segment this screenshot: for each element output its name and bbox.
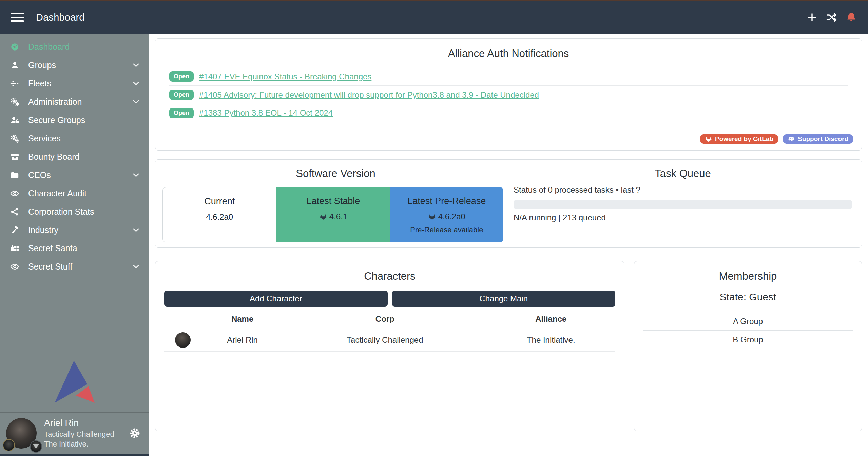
task-queue-counts: N/A running | 213 queued: [514, 213, 852, 222]
character-name: Ariel Rin: [201, 329, 283, 352]
status-badge: Open: [169, 90, 194, 100]
version-prerelease-box: Latest Pre-Release 4.6.2a0 Pre-Release a…: [390, 187, 503, 242]
characters-panel: Characters Add Character Change Main Nam…: [155, 261, 624, 431]
sidebar-item-bounty-board[interactable]: Bounty Board: [0, 147, 149, 166]
sidebar-item-label: CEOs: [28, 170, 51, 180]
sidebar-item-label: Industry: [28, 225, 58, 235]
column-header-name: Name: [201, 309, 283, 329]
sidebar-item-label: Secret Santa: [28, 243, 77, 253]
user-avatar: [6, 418, 37, 449]
list-item: A Group: [643, 312, 853, 331]
sidebar-item-groups[interactable]: Groups: [0, 56, 149, 74]
prerelease-version: 4.6.2a0: [438, 212, 465, 221]
notifications-title: Alliance Auth Notifications: [155, 47, 862, 60]
top-navbar: Dashboard: [0, 1, 868, 34]
app-root: Dashboard Dashboard Groups F: [0, 0, 868, 456]
hamburger-icon: [11, 13, 24, 14]
chevron-down-icon: [132, 171, 140, 179]
sidebar-item-dashboard[interactable]: Dashboard: [0, 38, 149, 56]
shuttle-icon: [10, 79, 19, 88]
version-queue-panel: Software Version Current 4.6.2a0 Latest …: [155, 159, 862, 248]
gitlab-tanuki-icon: [705, 135, 712, 143]
sidebar-item-label: Secure Groups: [28, 115, 85, 125]
membership-state: State: Guest: [634, 291, 862, 303]
chevron-down-icon: [132, 61, 140, 70]
chevron-down-icon: [132, 97, 140, 106]
bell-icon[interactable]: [846, 12, 857, 23]
sidebar-item-fleets[interactable]: Fleets: [0, 74, 149, 93]
gear-icon[interactable]: [129, 428, 140, 439]
sidebar: Dashboard Groups Fleets Administration: [0, 34, 149, 456]
status-badge: Open: [169, 71, 194, 82]
add-character-button[interactable]: Add Character: [164, 291, 388, 307]
table-row: Ariel Rin Tactically Challenged The Init…: [164, 329, 615, 352]
user-name: Ariel Rin: [44, 417, 114, 430]
sidebar-item-industry[interactable]: Industry: [0, 221, 149, 239]
eye-icon: [10, 189, 19, 198]
software-version-title: Software Version: [162, 167, 509, 180]
notification-link[interactable]: #1383 Python 3.8 EOL - 14 Oct 2024: [199, 108, 333, 118]
sidebar-item-administration[interactable]: Administration: [0, 93, 149, 111]
list-item: Open #1383 Python 3.8 EOL - 14 Oct 2024: [169, 104, 848, 122]
character-corp: Tactically Challenged: [283, 329, 486, 352]
characters-title: Characters: [155, 270, 624, 282]
stable-version: 4.6.1: [329, 212, 347, 221]
column-header-corp: Corp: [283, 309, 486, 329]
gears-icon: [10, 134, 19, 143]
eye-icon: [10, 262, 19, 271]
task-queue-section: Task Queue Status of 0 processed tasks •…: [509, 160, 862, 247]
user-corp: Tactically Challenged: [44, 429, 114, 439]
folder-icon: [10, 171, 19, 180]
sidebar-menu: Dashboard Groups Fleets Administration: [0, 34, 149, 276]
sidebar-item-label: Groups: [28, 60, 56, 70]
hammer-icon: [10, 225, 19, 235]
chevron-down-icon: [132, 262, 140, 271]
support-discord-badge[interactable]: Support Discord: [783, 134, 853, 144]
alliance-logo-badge: [30, 440, 42, 453]
character-alliance: The Initiative.: [487, 329, 615, 352]
chevron-down-icon: [132, 79, 140, 88]
version-current-box: Current 4.6.2a0: [162, 187, 276, 242]
task-queue-title: Task Queue: [514, 167, 852, 180]
sidebar-item-label: Character Audit: [28, 189, 86, 198]
menu-toggle-button[interactable]: [11, 13, 24, 22]
sidebar-item-label: Corporation Stats: [28, 207, 94, 217]
software-version-section: Software Version Current 4.6.2a0 Latest …: [155, 160, 509, 247]
list-item: Open #1407 EVE Equinox Status - Breaking…: [169, 67, 848, 85]
sidebar-item-services[interactable]: Services: [0, 129, 149, 147]
notifications-panel: Alliance Auth Notifications Open #1407 E…: [155, 38, 862, 151]
sidebar-item-character-audit[interactable]: Character Audit: [0, 184, 149, 202]
sidebar-item-corporation-stats[interactable]: Corporation Stats: [0, 202, 149, 221]
list-item: Open #1405 Advisory: Future development …: [169, 85, 848, 104]
sidebar-item-secret-stuff[interactable]: Secret Stuff: [0, 257, 149, 276]
gauge-icon: [10, 42, 19, 52]
sidebar-item-ceos[interactable]: CEOs: [0, 166, 149, 184]
chevron-down-icon: [132, 225, 140, 234]
sidebar-item-secret-santa[interactable]: Secret Santa: [0, 239, 149, 257]
task-queue-status: Status of 0 processed tasks • last ?: [514, 185, 852, 195]
sidebar-item-label: Secret Stuff: [28, 262, 72, 272]
storefront-icon: [10, 152, 19, 161]
navbar-actions: [806, 12, 857, 23]
status-badge: Open: [169, 108, 194, 118]
page-title: Dashboard: [36, 12, 85, 23]
character-avatar: [175, 332, 191, 348]
main-content: Alliance Auth Notifications Open #1407 E…: [149, 34, 868, 456]
powered-by-gitlab-badge[interactable]: Powered by GitLab: [700, 134, 778, 144]
prerelease-note: Pre-Release available: [390, 225, 503, 234]
gitlab-tanuki-icon: [319, 213, 327, 221]
sidebar-item-secure-groups[interactable]: Secure Groups: [0, 111, 149, 129]
discord-icon: [788, 135, 795, 143]
sidebar-item-label: Dashboard: [28, 42, 70, 52]
sidebar-user-panel: Ariel Rin Tactically Challenged The Init…: [0, 412, 149, 454]
gifts-icon: [10, 244, 19, 253]
notification-link[interactable]: #1405 Advisory: Future development will …: [199, 90, 539, 100]
shuffle-icon[interactable]: [826, 12, 837, 23]
notification-link[interactable]: #1407 EVE Equinox Status - Breaking Chan…: [199, 72, 371, 81]
change-main-button[interactable]: Change Main: [392, 291, 616, 307]
plus-icon[interactable]: [806, 12, 818, 23]
sidebar-bottom-strip: [0, 454, 149, 456]
membership-title: Membership: [634, 270, 862, 282]
notifications-list: Open #1407 EVE Equinox Status - Breaking…: [169, 67, 848, 122]
column-header-alliance: Alliance: [487, 309, 615, 329]
